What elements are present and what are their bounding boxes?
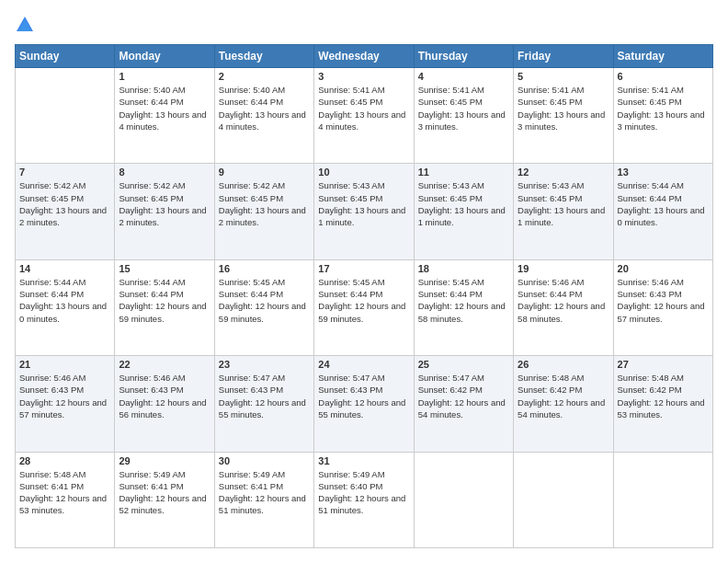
day-info: Sunrise: 5:47 AM Sunset: 6:43 PM Dayligh… [219, 372, 310, 420]
daylight-text: Daylight: 12 hours and 55 minutes. [219, 397, 306, 419]
sunset-text: Sunset: 6:41 PM [119, 481, 183, 491]
day-info: Sunrise: 5:43 AM Sunset: 6:45 PM Dayligh… [418, 179, 509, 228]
sunrise-text: Sunrise: 5:48 AM [518, 373, 584, 383]
day-number: 22 [119, 359, 210, 370]
sunrise-text: Sunrise: 5:42 AM [119, 180, 185, 190]
day-info: Sunrise: 5:49 AM Sunset: 6:41 PM Dayligh… [219, 468, 310, 517]
day-info: Sunrise: 5:42 AM Sunset: 6:45 PM Dayligh… [119, 179, 210, 228]
sunrise-text: Sunrise: 5:44 AM [19, 277, 85, 287]
day-info: Sunrise: 5:44 AM Sunset: 6:44 PM Dayligh… [19, 276, 110, 325]
sunrise-text: Sunrise: 5:41 AM [618, 85, 684, 95]
calendar-cell: 17 Sunrise: 5:45 AM Sunset: 6:44 PM Dayl… [314, 259, 414, 355]
day-info: Sunrise: 5:40 AM Sunset: 6:44 PM Dayligh… [219, 84, 310, 132]
calendar-cell: 6 Sunrise: 5:41 AM Sunset: 6:45 PM Dayli… [613, 68, 712, 164]
daylight-text: Daylight: 12 hours and 57 minutes. [19, 397, 107, 419]
day-number: 21 [19, 359, 110, 370]
weekday-header-friday: Friday [514, 45, 613, 68]
sunset-text: Sunset: 6:45 PM [418, 97, 483, 107]
day-info: Sunrise: 5:41 AM Sunset: 6:45 PM Dayligh… [618, 84, 709, 132]
calendar-cell [514, 452, 613, 547]
sunrise-text: Sunrise: 5:44 AM [618, 180, 684, 190]
day-info: Sunrise: 5:46 AM Sunset: 6:43 PM Dayligh… [19, 372, 110, 420]
day-number: 23 [219, 359, 310, 370]
calendar-cell: 23 Sunrise: 5:47 AM Sunset: 6:43 PM Dayl… [214, 356, 313, 452]
calendar-week-row: 14 Sunrise: 5:44 AM Sunset: 6:44 PM Dayl… [16, 259, 713, 355]
page: SundayMondayTuesdayWednesdayThursdayFrid… [0, 0, 728, 563]
sunset-text: Sunset: 6:44 PM [618, 193, 682, 203]
calendar-cell: 10 Sunrise: 5:43 AM Sunset: 6:45 PM Dayl… [314, 164, 414, 259]
sunrise-text: Sunrise: 5:43 AM [318, 180, 384, 190]
day-number: 3 [318, 71, 409, 82]
sunrise-text: Sunrise: 5:42 AM [219, 180, 285, 190]
day-info: Sunrise: 5:42 AM Sunset: 6:45 PM Dayligh… [219, 179, 310, 228]
calendar-cell: 1 Sunrise: 5:40 AM Sunset: 6:44 PM Dayli… [115, 68, 214, 164]
daylight-text: Daylight: 13 hours and 0 minutes. [19, 301, 107, 323]
daylight-text: Daylight: 12 hours and 52 minutes. [119, 493, 206, 515]
sunrise-text: Sunrise: 5:40 AM [119, 85, 185, 95]
day-info: Sunrise: 5:48 AM Sunset: 6:42 PM Dayligh… [518, 372, 609, 420]
weekday-header-tuesday: Tuesday [214, 45, 313, 68]
day-number: 17 [318, 263, 409, 274]
day-number: 6 [618, 71, 709, 82]
sunset-text: Sunset: 6:41 PM [19, 481, 84, 491]
daylight-text: Daylight: 12 hours and 53 minutes. [618, 397, 705, 419]
sunrise-text: Sunrise: 5:49 AM [219, 469, 285, 479]
weekday-header-monday: Monday [115, 45, 214, 68]
day-info: Sunrise: 5:47 AM Sunset: 6:43 PM Dayligh… [318, 372, 409, 420]
day-info: Sunrise: 5:45 AM Sunset: 6:44 PM Dayligh… [219, 276, 310, 325]
sunrise-text: Sunrise: 5:42 AM [19, 180, 85, 190]
day-number: 2 [219, 71, 310, 82]
calendar-week-row: 28 Sunrise: 5:48 AM Sunset: 6:41 PM Dayl… [16, 452, 713, 547]
calendar-cell: 12 Sunrise: 5:43 AM Sunset: 6:45 PM Dayl… [514, 164, 613, 259]
sunset-text: Sunset: 6:43 PM [618, 289, 682, 299]
sunset-text: Sunset: 6:45 PM [219, 193, 283, 203]
daylight-text: Daylight: 13 hours and 1 minute. [318, 205, 405, 227]
calendar-cell: 26 Sunrise: 5:48 AM Sunset: 6:42 PM Dayl… [514, 356, 613, 452]
calendar-week-row: 21 Sunrise: 5:46 AM Sunset: 6:43 PM Dayl… [16, 356, 713, 452]
sunset-text: Sunset: 6:44 PM [219, 97, 283, 107]
sunset-text: Sunset: 6:42 PM [618, 385, 682, 395]
calendar-cell: 13 Sunrise: 5:44 AM Sunset: 6:44 PM Dayl… [613, 164, 712, 259]
calendar-week-row: 1 Sunrise: 5:40 AM Sunset: 6:44 PM Dayli… [16, 68, 713, 164]
day-number: 5 [518, 71, 609, 82]
sunset-text: Sunset: 6:45 PM [518, 193, 582, 203]
sunrise-text: Sunrise: 5:49 AM [119, 469, 185, 479]
calendar-cell: 24 Sunrise: 5:47 AM Sunset: 6:43 PM Dayl… [314, 356, 414, 452]
day-info: Sunrise: 5:41 AM Sunset: 6:45 PM Dayligh… [318, 84, 409, 132]
day-info: Sunrise: 5:45 AM Sunset: 6:44 PM Dayligh… [318, 276, 409, 325]
sunset-text: Sunset: 6:45 PM [318, 193, 382, 203]
sunset-text: Sunset: 6:42 PM [418, 385, 483, 395]
day-info: Sunrise: 5:46 AM Sunset: 6:44 PM Dayligh… [518, 276, 609, 325]
sunrise-text: Sunrise: 5:40 AM [219, 85, 285, 95]
day-number: 11 [418, 167, 509, 178]
day-info: Sunrise: 5:49 AM Sunset: 6:41 PM Dayligh… [119, 468, 210, 517]
daylight-text: Daylight: 13 hours and 4 minutes. [318, 109, 405, 132]
sunset-text: Sunset: 6:41 PM [219, 481, 283, 491]
day-number: 16 [219, 263, 310, 274]
sunset-text: Sunset: 6:40 PM [318, 481, 382, 491]
daylight-text: Daylight: 12 hours and 58 minutes. [418, 301, 506, 323]
calendar-cell: 30 Sunrise: 5:49 AM Sunset: 6:41 PM Dayl… [214, 452, 313, 547]
sunset-text: Sunset: 6:43 PM [318, 385, 382, 395]
day-info: Sunrise: 5:49 AM Sunset: 6:40 PM Dayligh… [318, 468, 409, 517]
sunrise-text: Sunrise: 5:47 AM [318, 373, 384, 383]
sunset-text: Sunset: 6:45 PM [518, 97, 582, 107]
sunrise-text: Sunrise: 5:41 AM [318, 85, 384, 95]
day-info: Sunrise: 5:44 AM Sunset: 6:44 PM Dayligh… [119, 276, 210, 325]
sunrise-text: Sunrise: 5:48 AM [19, 469, 85, 479]
day-number: 31 [318, 455, 409, 466]
sunrise-text: Sunrise: 5:48 AM [618, 373, 684, 383]
daylight-text: Daylight: 12 hours and 51 minutes. [219, 493, 306, 515]
daylight-text: Daylight: 13 hours and 3 minutes. [618, 109, 705, 132]
sunrise-text: Sunrise: 5:43 AM [418, 180, 484, 190]
logo [15, 15, 39, 35]
calendar-table: SundayMondayTuesdayWednesdayThursdayFrid… [15, 44, 713, 548]
day-info: Sunrise: 5:46 AM Sunset: 6:43 PM Dayligh… [618, 276, 709, 325]
sunrise-text: Sunrise: 5:46 AM [618, 277, 684, 287]
sunset-text: Sunset: 6:44 PM [518, 289, 582, 299]
day-info: Sunrise: 5:48 AM Sunset: 6:42 PM Dayligh… [618, 372, 709, 420]
sunrise-text: Sunrise: 5:41 AM [518, 85, 584, 95]
day-number: 28 [19, 455, 110, 466]
day-number: 9 [219, 167, 310, 178]
calendar-cell: 11 Sunrise: 5:43 AM Sunset: 6:45 PM Dayl… [414, 164, 513, 259]
